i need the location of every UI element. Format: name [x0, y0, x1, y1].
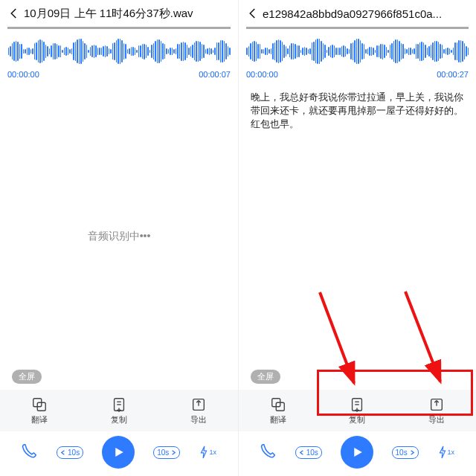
speed-button[interactable]: 1x — [437, 446, 455, 459]
play-bar: 10s 10s 1x — [239, 431, 476, 476]
file-title: 10月09日 上午 11时46分37秒.wav — [22, 7, 232, 21]
audio-screen-left: 10月09日 上午 11时46分37秒.wav 00:00:00 00:00:0… — [0, 0, 238, 476]
copy-button[interactable]: 复制 — [335, 396, 379, 425]
audio-screen-right: e129842a8bbd9a0927966f851c0a... 00:00:00… — [238, 0, 476, 476]
export-button[interactable]: 导出 — [176, 396, 221, 425]
play-button[interactable] — [341, 436, 373, 469]
time-end: 00:00:07 — [199, 70, 231, 79]
action-bar: 翻译 复制 导出 — [0, 390, 238, 431]
speed-button[interactable]: 1x — [199, 446, 216, 459]
export-label: 导出 — [190, 414, 207, 425]
skip-fwd-label: 10s — [396, 448, 408, 457]
back-button[interactable] — [6, 5, 22, 22]
translate-button[interactable]: 翻译 — [17, 396, 62, 425]
waveform[interactable] — [0, 34, 238, 68]
call-icon[interactable] — [22, 444, 38, 460]
speed-label: 1x — [209, 448, 216, 456]
translate-button[interactable]: 翻译 — [256, 396, 300, 425]
time-end: 00:00:27 — [437, 70, 469, 79]
copy-label: 复制 — [349, 414, 365, 425]
skip-back-button[interactable]: 10s — [57, 446, 83, 459]
action-bar: 翻译 复制 导出 — [239, 390, 476, 431]
skip-back-button[interactable]: 10s — [295, 446, 322, 459]
time-bar: 00:00:00 00:00:27 — [239, 68, 476, 83]
transcript-area: 晚上，我总好奇我说你带过拉通，早上关，我说你带回来还卡，就还要再甩掉那一屋子还得… — [245, 83, 470, 390]
skip-forward-button[interactable]: 10s — [392, 446, 419, 459]
skip-fwd-label: 10s — [157, 448, 169, 457]
fullscreen-button[interactable]: 全屏 — [251, 370, 280, 384]
play-bar: 10s 10s 1x — [0, 431, 238, 476]
copy-button[interactable]: 复制 — [97, 396, 141, 425]
file-title: e129842a8bbd9a0927966f851c0a... — [261, 7, 470, 20]
fullscreen-button[interactable]: 全屏 — [12, 370, 42, 384]
ruler — [239, 27, 476, 34]
play-button[interactable] — [102, 436, 135, 469]
header: 10月09日 上午 11时46分37秒.wav — [0, 0, 238, 27]
header: e129842a8bbd9a0927966f851c0a... — [239, 0, 476, 27]
waveform[interactable] — [239, 34, 476, 68]
translate-label: 翻译 — [31, 414, 48, 425]
translate-label: 翻译 — [270, 414, 286, 425]
ruler — [0, 27, 238, 34]
copy-label: 复制 — [111, 414, 127, 425]
transcript-text: 晚上，我总好奇我说你带过拉通，早上关，我说你带回来还卡，就还要再甩掉那一屋子还得… — [251, 91, 464, 132]
export-button[interactable]: 导出 — [414, 396, 459, 425]
transcript-area: 音频识别中••• 全屏 — [6, 83, 232, 390]
skip-back-label: 10s — [68, 448, 80, 457]
skip-forward-button[interactable]: 10s — [153, 446, 180, 459]
loading-text: 音频识别中••• — [88, 229, 151, 244]
back-button[interactable] — [245, 5, 261, 22]
time-start: 00:00:00 — [246, 70, 278, 79]
speed-label: 1x — [448, 448, 455, 456]
call-icon[interactable] — [260, 444, 277, 460]
time-start: 00:00:00 — [7, 70, 39, 79]
time-bar: 00:00:00 00:00:07 — [0, 68, 238, 83]
export-label: 导出 — [428, 414, 445, 425]
skip-back-label: 10s — [306, 448, 318, 457]
